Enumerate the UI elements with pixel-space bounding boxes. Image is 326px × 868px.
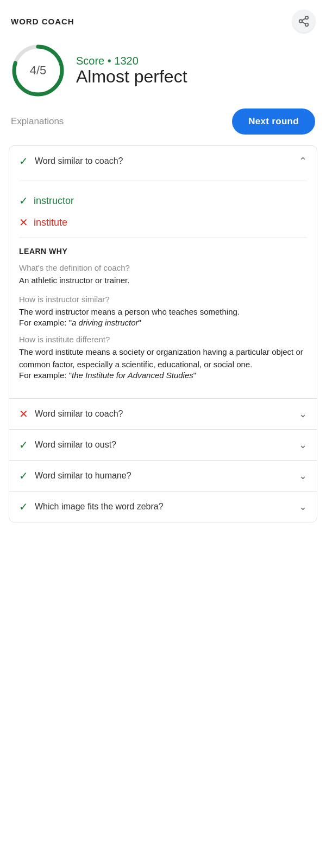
answer-row-institute: ✕ institute xyxy=(19,212,307,233)
questions-container: ✓ Word similar to coach? ⌃ ✓ instructor … xyxy=(9,145,317,522)
score-info: Score • 1320 Almost perfect xyxy=(76,55,187,86)
check-icon-instructor: ✓ xyxy=(19,194,28,207)
question-header-3[interactable]: ✓ Word similar to oust? ⌄ xyxy=(9,430,317,460)
question-text-3: Word similar to oust? xyxy=(35,440,299,450)
actions-row: Explanations Next round xyxy=(0,108,326,145)
cross-icon-2: ✕ xyxy=(19,407,28,420)
question-item-2: ✕ Word similar to coach? ⌄ xyxy=(9,399,317,430)
learn-answer-coach: An athletic instructor or trainer. xyxy=(19,275,307,287)
question-item-5: ✓ Which image fits the word zebra? ⌄ xyxy=(9,492,317,522)
divider-1 xyxy=(19,181,307,181)
question-text-2: Word similar to coach? xyxy=(35,409,299,419)
chevron-down-icon-2: ⌄ xyxy=(299,408,307,420)
app-title: WORD COACH xyxy=(11,17,74,26)
divider-learn xyxy=(19,238,307,238)
question-item-4: ✓ Word similar to humane? ⌄ xyxy=(9,461,317,492)
learn-answer-instructor: The word instructor means a person who t… xyxy=(19,306,307,318)
answer-institute: institute xyxy=(34,217,67,228)
learn-answer-institute: The word institute means a society or or… xyxy=(19,346,307,371)
chevron-down-icon-5: ⌄ xyxy=(299,501,307,513)
learn-block-instructor: How is instructor similar? The word inst… xyxy=(19,295,307,328)
share-icon xyxy=(298,15,310,27)
learn-block-institute: How is institute different? The word ins… xyxy=(19,335,307,380)
next-round-button[interactable]: Next round xyxy=(232,108,315,135)
score-circle: 4/5 xyxy=(11,43,65,98)
chevron-up-icon-1: ⌃ xyxy=(299,155,307,167)
svg-line-4 xyxy=(302,18,305,21)
score-fraction: 4/5 xyxy=(30,63,47,78)
learn-question-instructor: How is instructor similar? xyxy=(19,295,307,304)
learn-why-section: LEARN WHY What's the definition of coach… xyxy=(19,247,307,380)
question-text-4: Word similar to humane? xyxy=(35,471,299,481)
check-icon-5: ✓ xyxy=(19,500,28,513)
cross-icon-institute: ✕ xyxy=(19,216,28,229)
answer-row-instructor: ✓ instructor xyxy=(19,190,307,212)
question-text-1: Word similar to coach? xyxy=(35,156,299,166)
score-message: Almost perfect xyxy=(76,67,187,86)
question-item-1: ✓ Word similar to coach? ⌃ ✓ instructor … xyxy=(9,146,317,399)
score-section: 4/5 Score • 1320 Almost perfect xyxy=(0,38,326,108)
question-body-1: ✓ instructor ✕ institute LEARN WHY What'… xyxy=(9,181,317,398)
learn-example-instructor: For example: "a driving instructor" xyxy=(19,318,307,327)
learn-question-institute: How is institute different? xyxy=(19,335,307,344)
check-icon-4: ✓ xyxy=(19,469,28,482)
learn-question-coach: What's the definition of coach? xyxy=(19,263,307,272)
chevron-down-icon-4: ⌄ xyxy=(299,470,307,482)
header: WORD COACH xyxy=(0,0,326,38)
question-header-5[interactable]: ✓ Which image fits the word zebra? ⌄ xyxy=(9,492,317,522)
score-label: Score • 1320 xyxy=(76,55,187,67)
question-item-3: ✓ Word similar to oust? ⌄ xyxy=(9,430,317,461)
chevron-down-icon-3: ⌄ xyxy=(299,439,307,451)
explanations-label: Explanations xyxy=(11,116,64,127)
question-header-2[interactable]: ✕ Word similar to coach? ⌄ xyxy=(9,399,317,429)
svg-line-3 xyxy=(302,22,305,24)
answer-instructor: instructor xyxy=(34,195,74,207)
question-text-5: Which image fits the word zebra? xyxy=(35,502,299,512)
check-icon-3: ✓ xyxy=(19,438,28,451)
learn-example-institute: For example: "the Institute for Advanced… xyxy=(19,371,307,380)
learn-why-title: LEARN WHY xyxy=(19,247,307,256)
share-button[interactable] xyxy=(292,10,315,33)
learn-block-coach: What's the definition of coach? An athle… xyxy=(19,263,307,287)
check-icon-1: ✓ xyxy=(19,155,28,168)
question-header-1[interactable]: ✓ Word similar to coach? ⌃ xyxy=(9,146,317,176)
question-header-4[interactable]: ✓ Word similar to humane? ⌄ xyxy=(9,461,317,491)
